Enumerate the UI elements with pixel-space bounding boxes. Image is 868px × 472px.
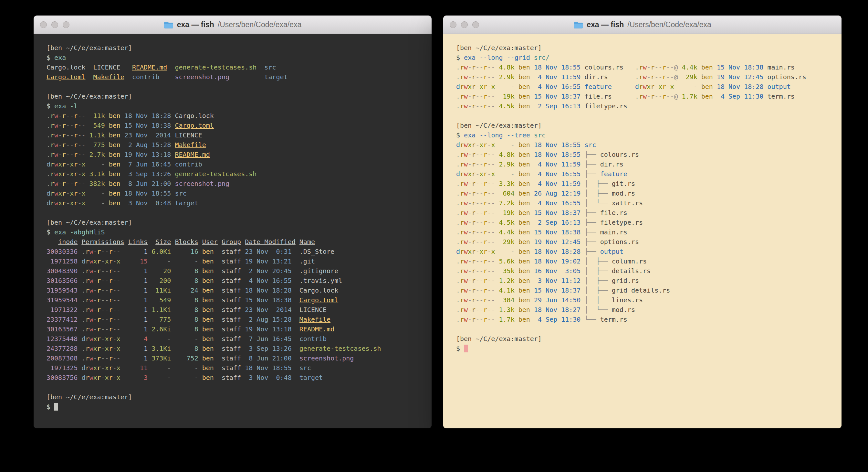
terminal-text: ben: [105, 131, 121, 139]
terminal-text: exa -l: [54, 102, 78, 110]
terminal-text: -: [78, 199, 82, 207]
terminal-text: r: [472, 160, 475, 168]
minimize-button[interactable]: [51, 21, 58, 28]
terminal-line: $: [46, 402, 432, 412]
terminal-content-right[interactable]: [ben ~/C/e/exa:master]$ exa --long --gri…: [443, 34, 841, 429]
terminal-text: staff: [214, 325, 241, 333]
close-button[interactable]: [450, 21, 457, 28]
terminal-text: ben: [198, 364, 214, 372]
terminal-text: --: [475, 73, 483, 81]
terminal-text: -: [487, 170, 491, 178]
terminal-text: target: [175, 199, 198, 207]
terminal-text: r: [472, 141, 475, 149]
terminal-text: r: [460, 170, 464, 178]
terminal-content-left[interactable]: [ben ~/C/e/exa:master]$ exaCargo.lock LI…: [34, 34, 432, 429]
terminal-text: 384: [495, 296, 514, 304]
terminal-text: [292, 335, 300, 343]
terminal-text: --: [78, 131, 85, 139]
terminal-text: ben: [198, 267, 214, 275]
terminal-line: .rw-r--r-- 11k ben 18 Nov 18:28 Cargo.lo…: [46, 111, 432, 121]
terminal-text: r: [62, 122, 66, 129]
terminal-text: src: [300, 364, 311, 372]
terminal-text: -: [113, 364, 117, 372]
terminal-text: ben: [198, 296, 214, 304]
terminal-text: 3: [121, 374, 148, 382]
terminal-text: colours.rs: [581, 63, 635, 71]
zoom-button[interactable]: [472, 21, 479, 28]
terminal-text: ben: [698, 63, 713, 71]
terminal-text: 11k: [85, 112, 105, 120]
terminal-text: ├──: [581, 248, 600, 256]
terminal-text: w: [89, 257, 93, 265]
terminal-text: x: [468, 248, 472, 256]
terminal-text: --: [654, 63, 662, 71]
traffic-lights: [40, 16, 69, 34]
terminal-text: git.rs: [612, 180, 635, 187]
terminal-text: ben: [198, 257, 214, 265]
terminal-text: r: [85, 277, 89, 285]
terminal-text: .: [456, 287, 460, 294]
terminal-line: [46, 82, 432, 91]
terminal-text: .: [456, 102, 460, 110]
terminal-text: [ben ~/C/e/exa:master]: [46, 44, 132, 52]
terminal-text: x: [105, 257, 109, 265]
terminal-text: r: [460, 316, 464, 323]
terminal-text: x: [491, 248, 495, 256]
titlebar[interactable]: exa — fish /Users/ben/Code/exa/exa: [443, 16, 841, 34]
terminal-text: [78, 306, 82, 314]
terminal-text: src: [264, 63, 276, 71]
terminal-text: .: [456, 228, 460, 236]
terminal-line: [ben ~/C/e/exa:master]: [46, 43, 432, 53]
terminal-text: -: [487, 83, 491, 90]
terminal-text: w: [464, 151, 468, 158]
terminal-text: r: [109, 296, 113, 304]
zoom-button[interactable]: [63, 21, 69, 28]
terminal-text: feature: [600, 170, 627, 178]
terminal-text: r: [97, 325, 101, 333]
terminal-text: --: [487, 180, 495, 187]
terminal-text: .: [46, 141, 51, 149]
terminal-text: .: [456, 180, 460, 187]
terminal-text: 4 Nov 16:55: [530, 83, 581, 90]
terminal-text: r: [483, 189, 487, 197]
terminal-text: 1: [121, 248, 148, 256]
minimize-button[interactable]: [461, 21, 468, 28]
terminal-text: r: [639, 73, 643, 81]
terminal-text: --: [487, 277, 495, 285]
terminal-line: 1971258 drwxr-xr-x 15 - - ben staff 19 N…: [46, 256, 432, 266]
terminal-text: [171, 122, 175, 129]
terminal-text: 1.1k: [85, 131, 105, 139]
terminal-text: -: [468, 296, 472, 304]
folder-icon[interactable]: [164, 21, 174, 28]
terminal-text: r: [109, 316, 113, 323]
terminal-text: LICENCE: [171, 131, 202, 139]
terminal-text: exa -abghHliS: [54, 228, 105, 236]
terminal-text: [78, 238, 82, 246]
terminal-text: --: [475, 92, 483, 100]
terminal-text: -: [647, 63, 651, 71]
terminal-text: 4 Sep 11:30: [713, 92, 764, 100]
terminal-text: staff: [214, 316, 241, 323]
terminal-text: r: [472, 170, 475, 178]
terminal-text: -: [85, 160, 105, 168]
terminal-text: ben: [515, 141, 530, 149]
terminal-text: .: [456, 257, 460, 265]
terminal-line: drwxr-xr-x - ben 4 Nov 16:55 ├── feature: [456, 169, 841, 179]
terminal-text: w: [643, 92, 647, 100]
terminal-text: x: [491, 141, 495, 149]
terminal-text: w: [89, 335, 93, 343]
terminal-text: r: [483, 257, 487, 265]
terminal-text: r: [74, 141, 78, 149]
close-button[interactable]: [40, 21, 47, 28]
terminal-text: ├──: [581, 228, 600, 236]
terminal-text: LICENCE: [292, 306, 327, 314]
terminal-text: x: [117, 345, 121, 352]
terminal-text: │ ├──: [581, 287, 612, 294]
terminal-text: x: [658, 83, 662, 90]
terminal-text: 1971258: [46, 257, 78, 265]
terminal-text: [171, 170, 175, 178]
titlebar[interactable]: exa — fish /Users/ben/Code/exa/exa: [34, 16, 432, 34]
terminal-text: [78, 374, 82, 382]
terminal-text: r: [483, 160, 487, 168]
folder-icon[interactable]: [574, 21, 583, 28]
